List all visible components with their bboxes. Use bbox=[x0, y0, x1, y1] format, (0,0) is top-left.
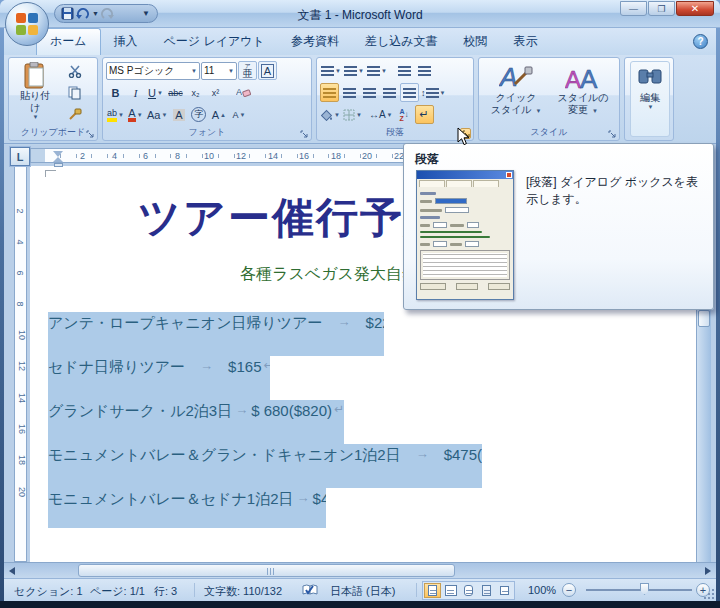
document-line[interactable]: セドナ日帰りツアー→$165↵ bbox=[48, 356, 270, 400]
resize-grip[interactable] bbox=[702, 587, 714, 599]
zoom-level[interactable]: 100% bbox=[528, 584, 556, 596]
hanging-indent-marker[interactable] bbox=[53, 157, 63, 162]
justify-button[interactable] bbox=[380, 83, 399, 102]
change-case-button[interactable]: Aa▼ bbox=[146, 105, 168, 124]
font-name-select[interactable]: MS Pゴシック▼ bbox=[106, 62, 200, 80]
selected-paragraphs: アンテ・ロープキャニオン日帰りツアー→$225↵ セドナ日帰りツアー→$165↵… bbox=[48, 312, 482, 528]
clipboard-dialog-launcher[interactable] bbox=[84, 128, 95, 139]
underline-button[interactable]: U▼ bbox=[146, 83, 165, 102]
font-color-button[interactable]: A▼ bbox=[126, 105, 145, 124]
minimize-button[interactable]: — bbox=[620, 1, 647, 16]
multilevel-list-button[interactable]: ▼ bbox=[366, 61, 388, 80]
align-right-icon bbox=[363, 88, 376, 98]
scroll-left-icon[interactable] bbox=[9, 567, 15, 575]
tab-references[interactable]: 参考資料 bbox=[278, 29, 352, 55]
distribute-button[interactable] bbox=[400, 83, 419, 102]
enclose-characters-button[interactable]: 字 bbox=[189, 105, 208, 124]
paste-button[interactable]: 貼り付け ▼ bbox=[15, 61, 55, 125]
superscript-button[interactable]: x² bbox=[206, 83, 225, 102]
ruby-button[interactable]: ア亜 bbox=[238, 61, 257, 80]
change-styles-icon: AA bbox=[565, 62, 601, 92]
borders-button[interactable]: ▼ bbox=[342, 105, 363, 124]
align-center-button[interactable] bbox=[340, 83, 359, 102]
outline-view-button[interactable] bbox=[478, 583, 495, 598]
line-spacing-icon bbox=[426, 88, 439, 98]
shrink-font-button[interactable]: A▼ bbox=[229, 105, 248, 124]
draft-view-button[interactable] bbox=[496, 583, 513, 598]
status-language[interactable]: 日本語 (日本) bbox=[330, 584, 395, 599]
quick-styles-button[interactable]: A クイック スタイル ▼ bbox=[485, 61, 547, 127]
tab-view[interactable]: 表示 bbox=[500, 29, 550, 55]
status-char-count[interactable]: 文字数: 110/132 bbox=[204, 584, 282, 599]
decrease-indent-button[interactable] bbox=[395, 61, 414, 80]
increase-indent-button[interactable] bbox=[415, 61, 434, 80]
italic-button[interactable]: I bbox=[126, 83, 145, 102]
grow-font-button[interactable]: A▲ bbox=[209, 105, 228, 124]
text-highlight-button[interactable]: ab▼ bbox=[106, 105, 125, 124]
document-line[interactable]: アンテ・ロープキャニオン日帰りツアー→$225↵ bbox=[48, 312, 384, 356]
zoom-slider-track[interactable] bbox=[586, 589, 692, 591]
undo-dropdown-icon[interactable]: ▼ bbox=[92, 10, 99, 17]
format-painter-button[interactable] bbox=[65, 104, 84, 123]
document-line[interactable]: モニュメントバレー＆グラン・ドキャニオン1泊2日→$475($545)↵ bbox=[48, 444, 482, 488]
subscript-button[interactable]: x₂ bbox=[186, 83, 205, 102]
clear-formatting-button[interactable]: A bbox=[234, 83, 253, 102]
status-section[interactable]: セクション: 1 bbox=[14, 584, 83, 599]
status-line[interactable]: 行: 3 bbox=[154, 584, 177, 599]
document-line[interactable]: グランドサーク・ル2泊3日→$ 680($820)↵ bbox=[48, 400, 344, 444]
print-layout-view-button[interactable] bbox=[424, 583, 441, 598]
sort-button[interactable]: AZ ↓ bbox=[395, 105, 414, 124]
bold-button[interactable]: B bbox=[106, 83, 125, 102]
ruler-number: 8 bbox=[15, 301, 25, 306]
zoom-out-icon[interactable]: − bbox=[562, 583, 576, 597]
office-button[interactable] bbox=[5, 2, 49, 46]
vertical-ruler[interactable]: 2 4 6 8 10 12 14 16 18 20 bbox=[14, 166, 27, 562]
strikethrough-button[interactable]: abc bbox=[166, 83, 185, 102]
close-button[interactable]: ✕ bbox=[676, 1, 714, 16]
character-scaling-button[interactable]: ↔A▼ bbox=[368, 105, 394, 124]
tab-insert[interactable]: 挿入 bbox=[101, 29, 151, 55]
vertical-scrollbar-thumb[interactable] bbox=[698, 310, 710, 327]
maximize-button[interactable]: ❐ bbox=[648, 1, 675, 16]
thumb-grip-icon bbox=[267, 568, 276, 575]
customize-qat-icon[interactable]: ▼ bbox=[142, 9, 150, 18]
scroll-right-icon[interactable] bbox=[705, 567, 711, 575]
horizontal-scrollbar-thumb[interactable] bbox=[78, 564, 455, 577]
align-right-button[interactable] bbox=[360, 83, 379, 102]
line-spacing-button[interactable]: ↕▼ bbox=[420, 83, 446, 102]
character-shading-button[interactable]: A bbox=[169, 105, 188, 124]
left-indent-marker[interactable] bbox=[54, 163, 63, 167]
tab-stop-selector[interactable]: L bbox=[10, 147, 30, 166]
change-styles-button[interactable]: AA スタイルの 変更 ▼ bbox=[551, 61, 615, 127]
document-line[interactable]: モニュメントバレー＆セドナ1泊2日→$490↵ bbox=[48, 488, 326, 528]
bullets-button[interactable]: ▼ bbox=[320, 61, 342, 80]
show-formatting-marks-button[interactable]: ↵ bbox=[415, 105, 434, 124]
find-binoculars-icon bbox=[638, 66, 662, 86]
document-title[interactable]: ツアー催行予定 bbox=[138, 190, 448, 246]
font-dialog-launcher[interactable] bbox=[298, 128, 309, 139]
tab-page-layout[interactable]: ページ レイアウト bbox=[151, 29, 278, 55]
undo-icon[interactable] bbox=[76, 8, 89, 20]
zoom-slider-thumb[interactable] bbox=[640, 583, 649, 595]
web-layout-view-button[interactable] bbox=[460, 583, 477, 598]
group-styles: A クイック スタイル ▼ AA スタイルの 変更 ▼ スタイル bbox=[478, 57, 620, 141]
cut-button[interactable] bbox=[65, 62, 84, 81]
editing-button[interactable]: 編集 ▼ bbox=[630, 61, 670, 137]
tab-mailings[interactable]: 差し込み文書 bbox=[352, 29, 451, 55]
align-left-button[interactable] bbox=[320, 83, 339, 102]
status-page[interactable]: ページ: 1/1 bbox=[90, 584, 145, 599]
horizontal-scrollbar[interactable] bbox=[4, 562, 716, 578]
copy-button[interactable] bbox=[65, 83, 84, 102]
help-icon[interactable]: ? bbox=[693, 34, 708, 49]
spellcheck-icon[interactable] bbox=[302, 583, 318, 597]
fullscreen-reading-view-button[interactable] bbox=[442, 583, 459, 598]
numbering-button[interactable]: ▼ bbox=[343, 61, 365, 80]
font-size-select[interactable]: 11▼ bbox=[201, 62, 237, 80]
tab-review[interactable]: 校閲 bbox=[450, 29, 500, 55]
clear-formatting-icon: A bbox=[236, 86, 251, 99]
tooltip-title: 段落 bbox=[415, 151, 439, 168]
styles-dialog-launcher[interactable] bbox=[606, 128, 617, 139]
save-icon[interactable] bbox=[61, 7, 74, 20]
character-border-button[interactable]: A bbox=[258, 61, 277, 80]
shading-button[interactable]: ▼ bbox=[320, 105, 341, 124]
